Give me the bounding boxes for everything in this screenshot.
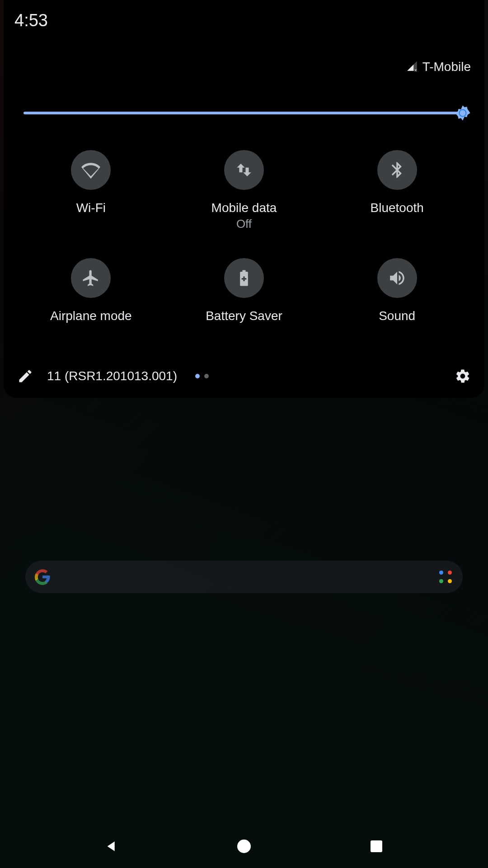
tile-label: Battery Saver [206,309,282,323]
brightness-slider[interactable] [14,103,370,123]
status-clock: 4:53 [14,11,48,30]
tile-battery-saver[interactable]: Battery Saver [168,258,321,339]
tile-label: Wi-Fi [76,201,106,215]
tile-mobile-data[interactable]: Mobile data Off [168,150,321,231]
build-version[interactable]: 11 (RSR1.201013.001) [47,369,177,383]
google-logo-icon [34,569,51,585]
edit-tiles-button[interactable] [14,365,36,387]
mobile-data-icon [224,150,264,190]
page-dot [204,374,209,378]
carrier-row: x T-Mobile [14,60,370,74]
quick-settings-tiles: Wi-Fi Mobile data Off Bluetooth [14,150,370,339]
google-search-bar[interactable] [25,561,370,593]
battery-saver-icon [224,258,264,298]
page-dot-active [195,374,200,378]
status-bar: 4:53 [14,11,370,38]
quick-settings-panel: 4:53 x T-Mobile Wi-Fi [4,0,370,398]
tile-bluetooth[interactable]: Bluetooth [320,150,370,231]
tile-wifi[interactable]: Wi-Fi [14,150,168,231]
airplane-icon [71,258,111,298]
page-indicator [195,374,209,378]
quick-settings-footer: 11 (RSR1.201013.001) [4,354,370,398]
brightness-track [23,112,370,114]
tile-label: Mobile data [211,201,277,215]
tile-airplane-mode[interactable]: Airplane mode [14,258,168,339]
tile-sound[interactable]: Sound [320,258,370,339]
tile-sublabel: Off [211,217,277,231]
wifi-icon [71,150,111,190]
tile-label: Airplane mode [50,309,132,323]
